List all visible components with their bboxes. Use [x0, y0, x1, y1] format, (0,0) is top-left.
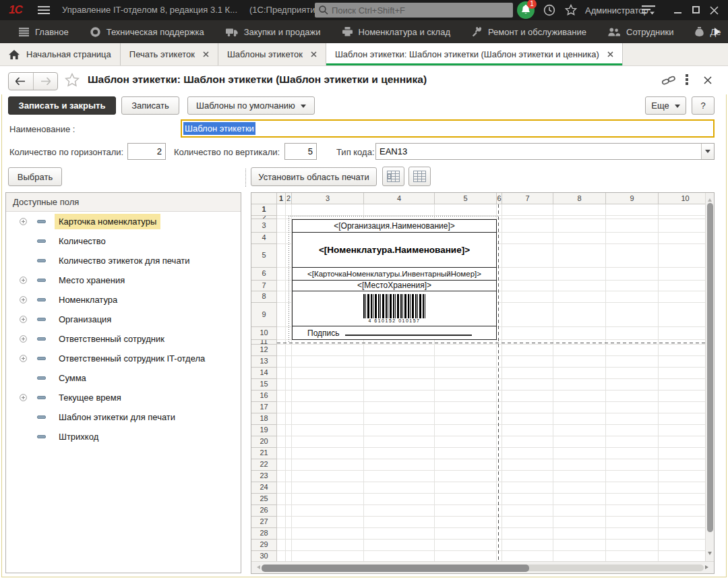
- column-header-3[interactable]: 3: [292, 193, 364, 204]
- row-header-15[interactable]: 15: [251, 379, 277, 391]
- qty-horizontal-input[interactable]: 2: [127, 143, 166, 160]
- row-header-20[interactable]: 20: [251, 436, 277, 448]
- row-header-18[interactable]: 18: [251, 413, 277, 425]
- field-item-9[interactable]: Сумма: [6, 368, 241, 388]
- label-inventory-number-cell[interactable]: <[КарточкаНоменклатуры.ИнвентарныйНомер]…: [293, 268, 496, 281]
- row-header-27[interactable]: 27: [251, 517, 277, 528]
- expand-plus-icon[interactable]: [20, 316, 27, 323]
- vertical-scrollbar[interactable]: [705, 193, 714, 561]
- more-actions-kebab-icon[interactable]: [686, 74, 688, 86]
- row-header-25[interactable]: 25: [251, 494, 277, 505]
- scroll-left-arrow-icon[interactable]: [255, 565, 260, 569]
- row-header-23[interactable]: 23: [251, 471, 277, 482]
- label-barcode-cell[interactable]: 4 610152 010157: [293, 291, 496, 326]
- more-button[interactable]: Еще: [645, 96, 686, 115]
- tab-2[interactable]: Печать этикеток: [121, 43, 218, 65]
- sheet-body[interactable]: <[Организация.Наименование]> <[Номенклат…: [277, 204, 705, 561]
- minimize-icon[interactable]: [674, 12, 681, 13]
- set-print-area-button[interactable]: Установить область печати: [251, 167, 377, 186]
- label-storage-location-cell[interactable]: <[МестоХранения]>: [293, 281, 496, 291]
- sheet-corner-cell[interactable]: [251, 193, 277, 204]
- row-header-19[interactable]: 19: [251, 425, 277, 436]
- field-item-11[interactable]: Шаблон этикетки для печати: [6, 407, 241, 427]
- column-header-9[interactable]: 9: [606, 193, 659, 204]
- qty-vertical-input[interactable]: 5: [284, 143, 317, 160]
- row-header-5[interactable]: 5: [251, 244, 277, 268]
- column-header-1[interactable]: 1: [277, 193, 286, 204]
- history-icon[interactable]: [543, 4, 555, 19]
- expand-plus-icon[interactable]: [20, 394, 27, 401]
- plain-grid-button[interactable]: [408, 167, 431, 186]
- default-templates-button[interactable]: Шаблоны по умолчанию: [187, 96, 315, 115]
- window-close-icon[interactable]: [710, 5, 719, 18]
- expand-plus-icon[interactable]: [20, 335, 27, 343]
- column-header-7[interactable]: 7: [502, 193, 553, 204]
- help-button[interactable]: ?: [692, 96, 715, 115]
- expand-plus-icon[interactable]: [20, 296, 27, 304]
- named-areas-grid-button[interactable]: [382, 167, 404, 186]
- form-close-icon[interactable]: [704, 75, 712, 87]
- global-search-input[interactable]: Поиск Ctrl+Shift+F: [315, 3, 513, 18]
- expand-plus-icon[interactable]: [20, 218, 27, 225]
- field-item-12[interactable]: Штрихкод: [6, 427, 241, 446]
- field-item-2[interactable]: Количество: [6, 231, 241, 251]
- column-header-4[interactable]: 4: [364, 193, 435, 204]
- row-header-26[interactable]: 26: [251, 505, 277, 517]
- tab-4[interactable]: Шаблон этикетки: Шаблон этикетки (Шаблон…: [326, 43, 623, 65]
- row-header-7[interactable]: 7: [251, 281, 277, 291]
- column-header-10[interactable]: 10: [659, 193, 705, 204]
- field-item-3[interactable]: Количество этикеток для печати: [6, 251, 241, 270]
- field-item-6[interactable]: Организация: [6, 310, 241, 329]
- label-signature-cell[interactable]: Подпись: [293, 326, 496, 338]
- field-item-4[interactable]: Место хранения: [6, 270, 241, 290]
- menu-item-4[interactable]: Номенклатура и склад: [342, 27, 450, 37]
- expand-plus-icon[interactable]: [20, 355, 27, 362]
- choose-button[interactable]: Выбрать: [8, 167, 62, 186]
- tab-3[interactable]: Шаблоны этикеток: [218, 43, 326, 65]
- get-link-icon[interactable]: [661, 75, 676, 88]
- scroll-up-arrow-icon[interactable]: [708, 196, 712, 202]
- name-input[interactable]: Шаблон этикетки: [181, 119, 715, 138]
- column-header-2[interactable]: 2: [286, 193, 292, 204]
- column-header-8[interactable]: 8: [553, 193, 606, 204]
- row-header-6[interactable]: 6: [251, 268, 277, 281]
- menu-item-3[interactable]: Закупки и продажи: [226, 27, 321, 37]
- expand-plus-icon[interactable]: [20, 277, 27, 284]
- column-header-5[interactable]: 5: [435, 193, 497, 204]
- label-nomenclature-cell[interactable]: <[Номенклатура.Наименование]>: [293, 233, 496, 268]
- horizontal-scrollbar[interactable]: [251, 561, 714, 573]
- field-item-1[interactable]: Карточка номенклатуры: [6, 212, 241, 231]
- row-header-12[interactable]: 12: [251, 345, 277, 356]
- menu-item-6[interactable]: Сотрудники: [608, 27, 673, 37]
- maximize-icon[interactable]: [692, 6, 700, 13]
- row-header-14[interactable]: 14: [251, 368, 277, 379]
- row-header-1[interactable]: 1: [251, 204, 277, 216]
- row-header-17[interactable]: 17: [251, 402, 277, 413]
- row-header-11[interactable]: 11: [251, 340, 277, 345]
- scroll-down-arrow-icon[interactable]: [708, 552, 712, 557]
- menu-item-1[interactable]: Главное: [19, 27, 69, 37]
- panel-splitter[interactable]: [245, 169, 246, 187]
- notifications-button[interactable]: 1: [517, 1, 535, 19]
- field-item-10[interactable]: Текущее время: [6, 388, 241, 407]
- scroll-right-arrow-icon[interactable]: [705, 565, 710, 569]
- row-header-24[interactable]: 24: [251, 482, 277, 494]
- horizontal-scrollbar-thumb[interactable]: [262, 565, 529, 572]
- back-button[interactable]: [9, 73, 34, 90]
- row-header-8[interactable]: 8: [251, 291, 277, 303]
- row-header-10[interactable]: 10: [251, 327, 277, 340]
- field-item-5[interactable]: Номенклатура: [6, 290, 241, 310]
- row-header-28[interactable]: 28: [251, 528, 277, 540]
- favorites-star-icon[interactable]: [565, 4, 577, 19]
- tab-close-icon[interactable]: [311, 51, 317, 57]
- save-and-close-button[interactable]: Записать и закрыть: [8, 96, 116, 115]
- label-organization-cell[interactable]: <[Организация.Наименование]>: [293, 220, 496, 233]
- main-menu-icon[interactable]: [38, 6, 50, 14]
- view-settings-icon[interactable]: [642, 5, 655, 18]
- tab-close-icon[interactable]: [203, 51, 209, 57]
- field-item-7[interactable]: Ответственный сотрудник: [6, 329, 241, 349]
- vertical-scrollbar-thumb[interactable]: [707, 203, 713, 532]
- row-header-9[interactable]: 9: [251, 303, 277, 327]
- row-header-13[interactable]: 13: [251, 356, 277, 368]
- favorite-star-icon[interactable]: [65, 73, 80, 90]
